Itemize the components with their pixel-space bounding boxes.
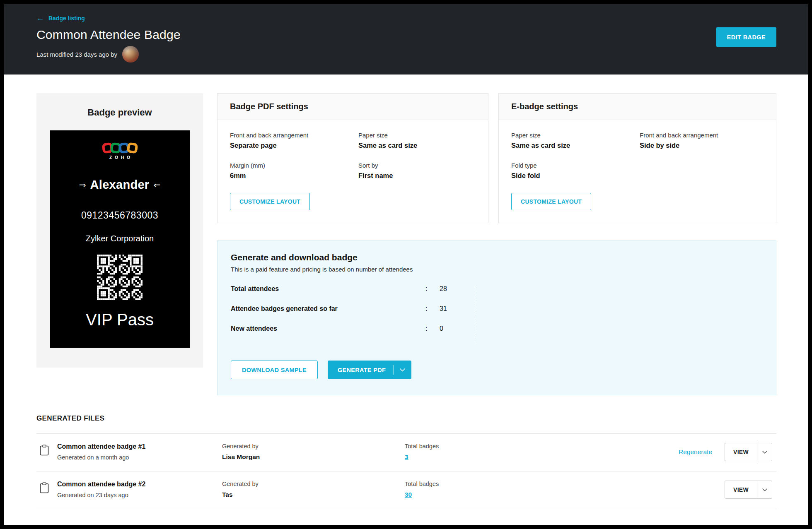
chevron-down-icon[interactable]: [394, 368, 411, 372]
ebadge-customize-layout-button[interactable]: CUSTOMIZE LAYOUT: [511, 193, 591, 210]
settings-row: Badge PDF settings Front and back arrang…: [217, 93, 776, 223]
pdf-settings-card: Badge PDF settings Front and back arrang…: [217, 93, 488, 223]
avatar: [122, 46, 139, 63]
view-button[interactable]: VIEW: [725, 481, 772, 499]
badge-pass-type: VIP Pass: [86, 310, 154, 329]
badge-artwork: ZOHO ⇒ Alexander ⇐ 09123456783003 Zylker…: [50, 130, 190, 348]
field-paper-size: Paper size Same as card size: [358, 132, 476, 149]
back-link[interactable]: ← Badge listing: [36, 14, 85, 22]
generated-files-section: GENERATED FILES Common attendee badge #1…: [36, 414, 776, 509]
generate-buttons-row: DOWNLOAD SAMPLE GENERATE PDF: [231, 361, 763, 379]
generated-file-row-2: Common attendee badge #2 Generated on 23…: [36, 471, 776, 509]
zoho-logo-icon: [102, 143, 138, 153]
page: ← Badge listing Common Attendee Badge La…: [4, 4, 808, 525]
back-arrow-icon: ←: [36, 14, 44, 22]
generated-by-label: Generated by: [222, 481, 405, 487]
badge-attendee-name: Alexander: [90, 178, 150, 192]
total-badges-label: Total badges: [405, 443, 679, 450]
file-generated-on: Generated on 23 days ago: [57, 492, 222, 498]
clipboard-icon: [40, 450, 49, 457]
file-name: Common attendee badge #2: [57, 481, 222, 488]
regenerate-link[interactable]: Regenerate: [679, 448, 712, 456]
file-generated-on: Generated on a month ago: [57, 454, 222, 461]
generated-by-value: Tas: [222, 491, 405, 498]
last-modified-text: Last modified 23 days ago by: [36, 51, 117, 58]
page-title: Common Attendee Badge: [36, 28, 776, 42]
ebadge-settings-body: Paper size Same as card size Front and b…: [499, 120, 776, 223]
ebadge-settings-card: E-badge settings Paper size Same as card…: [498, 93, 776, 223]
field-margin: Margin (mm) 6mm: [230, 162, 358, 180]
pdf-settings-title: Badge PDF settings: [230, 102, 476, 111]
generated-files-list: Common attendee badge #1 Generated on a …: [36, 433, 776, 509]
pdf-settings-header: Badge PDF settings: [218, 94, 488, 120]
header: ← Badge listing Common Attendee Badge La…: [4, 4, 808, 75]
arrow-right-icon: ⇒: [79, 181, 86, 189]
main-content: Badge preview ZOHO ⇒ Alexander ⇐: [4, 75, 808, 525]
badge-preview-card: Badge preview ZOHO ⇒ Alexander ⇐: [36, 93, 203, 368]
field-fold-type: Fold type Side fold: [511, 162, 640, 180]
file-name: Common attendee badge #1: [57, 443, 222, 450]
page-frame: ← Badge listing Common Attendee Badge La…: [0, 0, 812, 529]
clipboard-icon: [40, 488, 49, 495]
ebadge-settings-title: E-badge settings: [511, 102, 764, 111]
stat-total-attendees: Total attendees : 28: [231, 285, 488, 305]
generate-panel: Generate and download badge This is a pa…: [217, 240, 776, 395]
badge-name-row: ⇒ Alexander ⇐: [79, 178, 160, 192]
chevron-down-icon[interactable]: [757, 443, 772, 461]
stat-badges-generated: Attendee badges generated so far : 31: [231, 305, 488, 325]
stats-divider: [477, 285, 477, 343]
arrow-left-icon: ⇐: [153, 181, 160, 189]
right-column: Badge PDF settings Front and back arrang…: [217, 93, 776, 395]
chevron-down-icon[interactable]: [757, 481, 772, 498]
pdf-settings-body: Front and back arrangement Separate page…: [218, 120, 488, 223]
field-sort-by: Sort by First name: [358, 162, 476, 180]
generated-by-value: Lisa Morgan: [222, 453, 405, 461]
back-label: Badge listing: [48, 15, 85, 22]
attendee-stats: Total attendees : 28 Attendee badges gen…: [231, 285, 488, 345]
badge-company: Zylker Corporation: [86, 234, 154, 243]
field-front-back-arrangement: Front and back arrangement Separate page: [230, 132, 358, 149]
last-modified-row: Last modified 23 days ago by: [36, 46, 776, 63]
generated-files-title: GENERATED FILES: [36, 414, 776, 423]
generated-by-label: Generated by: [222, 443, 405, 450]
total-badges-link[interactable]: 3: [405, 453, 408, 461]
total-badges-label: Total badges: [405, 481, 712, 487]
qr-code: [97, 255, 143, 300]
zoho-wordmark: ZOHO: [106, 155, 133, 160]
badge-preview-title: Badge preview: [50, 107, 190, 118]
view-button[interactable]: VIEW: [725, 443, 772, 461]
ebadge-settings-header: E-badge settings: [499, 94, 776, 120]
generate-pdf-button[interactable]: GENERATE PDF: [328, 361, 411, 379]
pdf-customize-layout-button[interactable]: CUSTOMIZE LAYOUT: [230, 193, 310, 210]
top-section: Badge preview ZOHO ⇒ Alexander ⇐: [36, 93, 776, 395]
field-ebadge-front-back: Front and back arrangement Side by side: [640, 132, 764, 149]
field-ebadge-paper-size: Paper size Same as card size: [511, 132, 640, 149]
badge-number: 09123456783003: [81, 210, 158, 221]
total-badges-link[interactable]: 30: [405, 491, 412, 498]
generate-subtitle: This is a paid feature and pricing is ba…: [231, 266, 763, 273]
download-sample-button[interactable]: DOWNLOAD SAMPLE: [231, 361, 318, 379]
stat-new-attendees: New attendees : 0: [231, 325, 488, 345]
edit-badge-button[interactable]: EDIT BADGE: [716, 27, 776, 47]
generated-file-row-1: Common attendee badge #1 Generated on a …: [36, 433, 776, 471]
generate-title: Generate and download badge: [231, 252, 763, 262]
zoho-logo-box-orange: [126, 142, 138, 154]
